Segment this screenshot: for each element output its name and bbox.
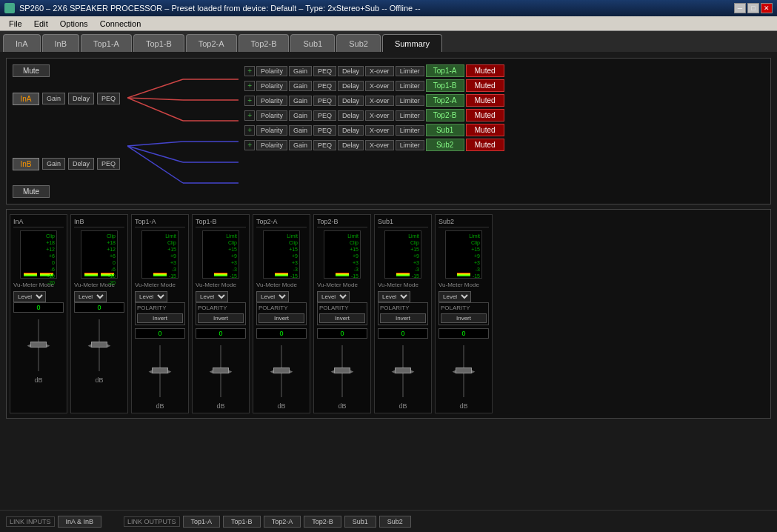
delay-4[interactable]: Delay xyxy=(338,125,364,136)
level-input-sub1[interactable] xyxy=(378,328,428,339)
delay-5[interactable]: Delay xyxy=(338,140,364,150)
limiter-5[interactable]: Limiter xyxy=(396,140,424,150)
muted-btn-2[interactable]: Muted xyxy=(466,94,504,107)
invert-btn-top2A[interactable]: Invert xyxy=(259,313,304,323)
close-button[interactable]: ✕ xyxy=(761,3,773,13)
level-input-top1B[interactable] xyxy=(196,328,246,339)
input-b-delay[interactable]: Delay xyxy=(68,158,94,170)
vu-select-top1A[interactable]: LevelPeakRMS xyxy=(135,291,167,302)
output-label-5[interactable]: Sub2 xyxy=(426,139,464,151)
plus-btn-4[interactable]: + xyxy=(244,125,255,136)
tab-top2B[interactable]: Top2-B xyxy=(239,34,290,52)
link-inAB-button[interactable]: InA & InB xyxy=(58,516,102,528)
tab-top1B[interactable]: Top1-B xyxy=(133,34,184,52)
muted-btn-5[interactable]: Muted xyxy=(466,139,504,151)
xover-0[interactable]: X-over xyxy=(365,66,394,76)
muted-btn-1[interactable]: Muted xyxy=(466,79,504,92)
gain-4[interactable]: Gain xyxy=(289,125,312,136)
delay-1[interactable]: Delay xyxy=(338,81,364,91)
limiter-3[interactable]: Limiter xyxy=(396,110,424,121)
tab-top1A[interactable]: Top1-A xyxy=(81,34,132,52)
tab-inB[interactable]: InB xyxy=(42,34,80,52)
level-input-inB[interactable] xyxy=(74,302,124,313)
link-sub2-button[interactable]: Sub2 xyxy=(379,516,411,528)
limiter-2[interactable]: Limiter xyxy=(396,96,424,106)
plus-btn-3[interactable]: + xyxy=(244,110,255,121)
invert-btn-sub1[interactable]: Invert xyxy=(380,313,426,323)
fader-thumb-top1A[interactable] xyxy=(152,368,168,373)
fader-thumb-top2A[interactable] xyxy=(273,368,290,373)
level-input-top2A[interactable] xyxy=(256,328,307,339)
output-label-2[interactable]: Top2-A xyxy=(426,94,464,107)
vu-select-sub1[interactable]: LevelPeakRMS xyxy=(378,291,410,302)
output-label-0[interactable]: Top1-A xyxy=(426,64,464,77)
peq-0[interactable]: PEQ xyxy=(313,66,336,76)
vu-select-top2A[interactable]: LevelPeakRMS xyxy=(256,291,289,302)
fader-thumb-top2B[interactable] xyxy=(334,368,350,373)
plus-btn-0[interactable]: + xyxy=(244,66,255,76)
vu-select-top2B[interactable]: LevelPeakRMS xyxy=(317,291,350,302)
muted-btn-0[interactable]: Muted xyxy=(466,64,504,77)
polarity-2[interactable]: Polarity xyxy=(256,96,287,106)
delay-2[interactable]: Delay xyxy=(338,96,364,106)
minimize-button[interactable]: ─ xyxy=(734,3,746,13)
xover-4[interactable]: X-over xyxy=(365,125,394,136)
vu-select-sub2[interactable]: LevelPeakRMS xyxy=(438,291,471,302)
plus-btn-5[interactable]: + xyxy=(244,140,255,150)
peq-5[interactable]: PEQ xyxy=(313,140,336,150)
link-top1B-button[interactable]: Top1-B xyxy=(223,516,261,528)
gain-3[interactable]: Gain xyxy=(289,110,312,121)
invert-btn-sub2[interactable]: Invert xyxy=(441,313,487,323)
polarity-1[interactable]: Polarity xyxy=(256,81,287,91)
fader-thumb-sub1[interactable] xyxy=(395,368,411,373)
delay-3[interactable]: Delay xyxy=(338,110,364,121)
output-label-4[interactable]: Sub1 xyxy=(426,124,464,136)
mute-b-button[interactable]: Mute xyxy=(13,185,50,198)
limiter-0[interactable]: Limiter xyxy=(396,66,424,76)
fader-thumb-top1B[interactable] xyxy=(213,368,229,373)
gain-2[interactable]: Gain xyxy=(289,96,312,106)
muted-btn-3[interactable]: Muted xyxy=(466,109,504,122)
invert-btn-top1A[interactable]: Invert xyxy=(137,313,183,323)
link-top2B-button[interactable]: Top2-B xyxy=(304,516,341,528)
input-a-peq[interactable]: PEQ xyxy=(97,93,120,104)
gain-1[interactable]: Gain xyxy=(289,81,312,91)
xover-1[interactable]: X-over xyxy=(365,81,394,91)
polarity-4[interactable]: Polarity xyxy=(256,125,287,136)
vu-select-inB[interactable]: LevelPeakRMS xyxy=(74,291,107,302)
peq-4[interactable]: PEQ xyxy=(313,125,336,136)
tab-sub2[interactable]: Sub2 xyxy=(336,34,381,52)
polarity-0[interactable]: Polarity xyxy=(256,66,287,76)
input-b-gain[interactable]: Gain xyxy=(42,158,65,170)
tab-top2A[interactable]: Top2-A xyxy=(186,34,237,52)
vu-select-top1B[interactable]: LevelPeakRMS xyxy=(196,291,228,302)
delay-0[interactable]: Delay xyxy=(338,66,364,76)
invert-btn-top1B[interactable]: Invert xyxy=(198,313,244,323)
xover-5[interactable]: X-over xyxy=(365,140,394,150)
peq-1[interactable]: PEQ xyxy=(313,81,336,91)
tab-sub1[interactable]: Sub1 xyxy=(290,34,335,52)
link-sub1-button[interactable]: Sub1 xyxy=(344,516,376,528)
output-label-1[interactable]: Top1-B xyxy=(426,79,464,92)
polarity-3[interactable]: Polarity xyxy=(256,110,287,121)
window-controls[interactable]: ─ □ ✕ xyxy=(734,3,773,13)
level-input-top1A[interactable] xyxy=(135,328,185,339)
menu-file[interactable]: File xyxy=(3,18,28,30)
peq-2[interactable]: PEQ xyxy=(313,96,336,106)
limiter-1[interactable]: Limiter xyxy=(396,81,424,91)
input-a-gain[interactable]: Gain xyxy=(42,93,65,104)
maximize-button[interactable]: □ xyxy=(747,3,759,13)
fader-thumb-inA[interactable] xyxy=(30,342,47,348)
fader-thumb-inB[interactable] xyxy=(91,342,107,348)
limiter-4[interactable]: Limiter xyxy=(396,125,424,136)
menu-options[interactable]: Options xyxy=(54,18,94,30)
xover-2[interactable]: X-over xyxy=(365,96,394,106)
xover-3[interactable]: X-over xyxy=(365,110,394,121)
link-top1A-button[interactable]: Top1-A xyxy=(183,516,221,528)
vu-select-inA[interactable]: LevelPeakRMS xyxy=(13,291,46,302)
mute-a-button[interactable]: Mute xyxy=(13,64,50,77)
menu-connection[interactable]: Connection xyxy=(94,18,147,30)
tab-inA[interactable]: InA xyxy=(3,34,41,52)
tab-summary[interactable]: Summary xyxy=(382,34,442,52)
input-a-delay[interactable]: Delay xyxy=(68,93,94,104)
